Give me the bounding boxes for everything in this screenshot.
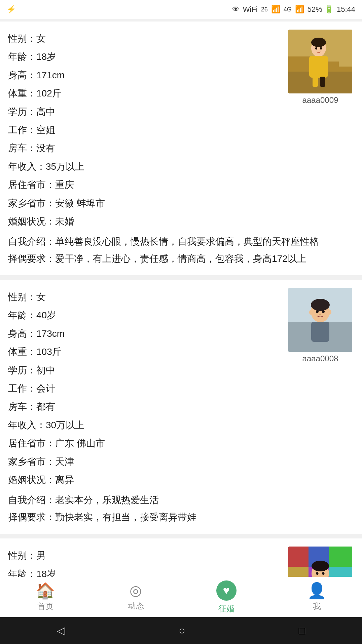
heart-icon: ♥ — [216, 580, 237, 601]
recent-button[interactable]: □ — [299, 625, 305, 637]
svg-point-36 — [316, 572, 319, 575]
svg-point-21 — [322, 310, 325, 313]
profile-id-2: aaaa0008 — [302, 354, 338, 363]
city-2: 居住省市：广东 佛山市 — [8, 434, 281, 452]
income-2: 年收入：30万以上 — [8, 416, 281, 434]
status-bar: ⚡ 👁 WiFi 26 📶 4G 📶 52% 🔋 15:44 — [0, 0, 362, 19]
back-button[interactable]: ◁ — [57, 624, 65, 637]
nav-home[interactable]: 🏠 首页 — [0, 577, 90, 617]
gender-1: 性别：女 — [8, 30, 281, 48]
profile-card-2[interactable]: 性别：女 年龄：40岁 身高：173cm 体重：103斤 学历：初中 工作：会计… — [0, 280, 362, 534]
signal-bar2: 📶 — [295, 5, 304, 14]
profile-list: 性别：女 年龄：18岁 身高：171cm 体重：102斤 学历：高中 工作：空姐… — [0, 19, 362, 644]
weight-2: 体重：103斤 — [8, 343, 281, 361]
signal-bar: 📶 — [271, 5, 280, 14]
age-2: 年龄：40岁 — [8, 306, 281, 324]
eye-icon: 👁 — [232, 5, 240, 14]
photo-area-1: aaaa0009 — [287, 30, 354, 105]
profile-info-1: 性别：女 年龄：18岁 身高：171cm 体重：102斤 学历：高中 工作：空姐… — [8, 30, 281, 231]
clock: 15:44 — [337, 5, 355, 14]
photo-area-2: aaaa0008 — [287, 288, 354, 363]
hometown-1: 家乡省市：安徽 蚌埠市 — [8, 194, 281, 212]
requirement-1: 择偶要求：爱干净，有上进心，责任感，情商高，包容我，身高172以上 — [8, 250, 354, 267]
nav-me-label: 我 — [313, 601, 321, 612]
svg-rect-8 — [313, 77, 318, 87]
profile-id-1: aaaa0009 — [302, 95, 338, 105]
svg-point-18 — [328, 310, 331, 315]
income-1: 年收入：35万以上 — [8, 158, 281, 176]
svg-point-17 — [309, 310, 313, 315]
person-icon: 👤 — [307, 583, 326, 598]
svg-point-37 — [322, 572, 325, 575]
profile-photo-2 — [288, 288, 352, 352]
profile-card-1[interactable]: 性别：女 年龄：18岁 身高：171cm 体重：102斤 学历：高中 工作：空姐… — [0, 22, 362, 275]
hometown-2: 家乡省市：天津 — [8, 453, 281, 471]
signal-2g: 26 — [261, 6, 268, 13]
bottom-nav: 🏠 首页 ◎ 动态 ♥ 征婚 👤 我 — [0, 577, 362, 617]
nav-marriage-label: 征婚 — [218, 603, 234, 614]
profile-info-2: 性别：女 年龄：40岁 身高：173cm 体重：103斤 学历：初中 工作：会计… — [8, 288, 281, 489]
marriage-1: 婚姻状况：未婚 — [8, 212, 281, 231]
svg-point-6 — [311, 38, 326, 47]
gender-3: 性别：男 — [8, 547, 281, 565]
svg-rect-7 — [309, 56, 328, 78]
nav-me[interactable]: 👤 我 — [272, 577, 362, 617]
job-1: 工作：空姐 — [8, 121, 281, 139]
nav-dynamic-label: 动态 — [128, 600, 144, 611]
usb-icon: ⚡ — [7, 5, 16, 14]
svg-rect-9 — [320, 77, 325, 87]
compass-icon: ◎ — [130, 583, 142, 598]
android-nav-bar: ◁ ○ □ — [0, 617, 362, 644]
gender-2: 性别：女 — [8, 288, 281, 306]
job-2: 工作：会计 — [8, 379, 281, 398]
svg-rect-24 — [288, 547, 309, 567]
property-2: 房车：都有 — [8, 398, 281, 416]
requirement-2: 择偶要求：勤快老实，有担当，接受离异带娃 — [8, 509, 354, 526]
intro-1: 自我介绍：单纯善良没心眼，慢热长情，自我要求偏高，典型的天秤座性格 — [8, 233, 354, 250]
nav-home-label: 首页 — [37, 601, 53, 612]
signal-4g: 4G — [284, 6, 292, 13]
svg-point-10 — [315, 47, 317, 50]
marriage-2: 婚姻状况：离异 — [8, 471, 281, 489]
wifi-icon: WiFi — [243, 5, 258, 14]
svg-point-20 — [316, 310, 319, 313]
intro-2: 自我介绍：老实本分，乐观热爱生活 — [8, 492, 354, 509]
age-1: 年龄：18岁 — [8, 48, 281, 66]
property-1: 房车：没有 — [8, 139, 281, 157]
battery: 52% 🔋 — [307, 5, 333, 14]
svg-rect-26 — [329, 547, 352, 567]
home-icon: 🏠 — [36, 583, 55, 598]
weight-1: 体重：102斤 — [8, 84, 281, 103]
education-2: 学历：初中 — [8, 361, 281, 379]
profile-extra-1: 自我介绍：单纯善良没心眼，慢热长情，自我要求偏高，典型的天秤座性格 择偶要求：爱… — [8, 233, 354, 267]
svg-point-34 — [312, 561, 329, 571]
profile-extra-2: 自我介绍：老实本分，乐观热爱生活 择偶要求：勤快老实，有担当，接受离异带娃 — [8, 492, 354, 526]
svg-point-16 — [311, 299, 330, 311]
svg-rect-19 — [311, 322, 329, 342]
city-1: 居住省市：重庆 — [8, 176, 281, 194]
height-2: 身高：173cm — [8, 325, 281, 343]
education-1: 学历：高中 — [8, 103, 281, 121]
height-1: 身高：171cm — [8, 66, 281, 84]
nav-dynamic[interactable]: ◎ 动态 — [90, 577, 181, 617]
nav-marriage[interactable]: ♥ 征婚 — [181, 577, 272, 617]
svg-point-11 — [320, 47, 322, 50]
profile-photo-1 — [288, 30, 352, 93]
home-button[interactable]: ○ — [179, 625, 185, 637]
svg-point-22 — [319, 314, 321, 315]
